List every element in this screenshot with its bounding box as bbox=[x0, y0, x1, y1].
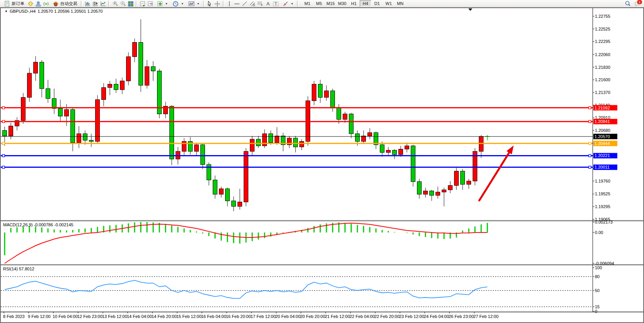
new-order-label: 新订单 bbox=[12, 1, 24, 7]
add-indicator-button[interactable]: ▼ bbox=[154, 0, 170, 7]
notification-count-badge: 1 bbox=[637, 0, 642, 5]
toolbar-separator bbox=[297, 1, 299, 7]
svg-text:1.19295: 1.19295 bbox=[595, 204, 610, 209]
svg-text:1.22525: 1.22525 bbox=[595, 27, 610, 31]
bar-chart-icon[interactable] bbox=[84, 0, 91, 7]
timeframe-button-h1[interactable]: H1 bbox=[348, 0, 360, 7]
timeframe-group: M1M5M15M30H1H4D1W1MN bbox=[302, 0, 406, 7]
auto-scroll-icon[interactable] bbox=[139, 0, 146, 7]
timeframe-button-m15[interactable]: M15 bbox=[325, 0, 337, 7]
text-label-icon[interactable]: T bbox=[272, 0, 280, 7]
svg-text:50: 50 bbox=[595, 288, 600, 293]
svg-text:100: 100 bbox=[595, 265, 602, 270]
new-order-button[interactable]: 新订单 bbox=[1, 0, 26, 7]
price-chart[interactable]: 1.227551.225251.222951.220601.218301.216… bbox=[0, 0, 644, 323]
cursor-icon[interactable] bbox=[206, 0, 214, 7]
svg-text:-0.006094: -0.006094 bbox=[595, 261, 614, 266]
svg-text:1.22295: 1.22295 bbox=[595, 39, 610, 44]
svg-text:E: E bbox=[253, 4, 255, 7]
rsi-indicator-label: RSI(14) 57.8012 bbox=[3, 267, 34, 271]
svg-text:12 Feb 23:00: 12 Feb 23:00 bbox=[77, 314, 102, 319]
svg-text:A: A bbox=[266, 1, 270, 7]
svg-text:26 Feb 23:00: 26 Feb 23:00 bbox=[449, 314, 474, 319]
timeframe-button-m30[interactable]: M30 bbox=[337, 0, 348, 7]
svg-text:27 Feb 12:00: 27 Feb 12:00 bbox=[473, 314, 499, 319]
toolbar-separator bbox=[136, 1, 137, 7]
svg-text:1.20841: 1.20841 bbox=[594, 119, 610, 124]
svg-text:1.20570: 1.20570 bbox=[594, 134, 610, 139]
svg-text:0.00: 0.00 bbox=[595, 230, 603, 235]
chart-template-icon bbox=[188, 0, 195, 7]
text-icon[interactable]: A bbox=[265, 0, 272, 7]
svg-text:1.22060: 1.22060 bbox=[595, 52, 610, 57]
timeframe-button-w1[interactable]: W1 bbox=[383, 0, 395, 7]
svg-text:16 Feb 20:00: 16 Feb 20:00 bbox=[226, 314, 251, 319]
autotrade-icon bbox=[52, 0, 59, 7]
svg-text:22 Feb 04:00: 22 Feb 04:00 bbox=[350, 314, 375, 319]
profile-icon[interactable] bbox=[34, 0, 42, 7]
svg-text:1.20221: 1.20221 bbox=[594, 153, 610, 158]
toolbar-separator bbox=[81, 1, 82, 7]
new-order-doc-icon bbox=[3, 0, 10, 7]
svg-text:F: F bbox=[261, 4, 263, 7]
timeframe-button-h4[interactable]: H4 bbox=[360, 0, 371, 7]
svg-text:20 Feb 04:00: 20 Feb 04:00 bbox=[275, 314, 301, 319]
arrows-icon bbox=[282, 0, 289, 7]
candlestick-chart-icon[interactable] bbox=[92, 0, 99, 7]
svg-text:24 Feb 04:00: 24 Feb 04:00 bbox=[424, 314, 449, 319]
auto-trading-label: 自动交易 bbox=[60, 1, 77, 7]
chart-template-button[interactable]: ▼ bbox=[186, 0, 202, 7]
main-toolbar: 新订单 自动交易 ▼ ▼ ▼ E F A T ▼ M1M5M15M30H1H4D… bbox=[0, 0, 644, 7]
svg-text:1.20444: 1.20444 bbox=[594, 141, 610, 146]
timeframes-dropdown-button[interactable]: ▼ bbox=[170, 0, 186, 7]
svg-text:23 Feb 12:00: 23 Feb 12:00 bbox=[399, 314, 424, 319]
trendline-icon[interactable] bbox=[241, 0, 249, 7]
auto-trading-button[interactable]: 自动交易 bbox=[50, 0, 79, 7]
svg-text:1.20680: 1.20680 bbox=[595, 128, 610, 133]
svg-text:8 Feb 2023: 8 Feb 2023 bbox=[3, 314, 25, 319]
fibonacci-icon[interactable]: F bbox=[257, 0, 264, 7]
search-icon[interactable] bbox=[624, 0, 631, 7]
arrows-tool-button[interactable]: ▼ bbox=[280, 0, 296, 7]
horizontal-line-icon[interactable] bbox=[234, 0, 241, 7]
timeframe-button-m1[interactable]: M1 bbox=[302, 0, 313, 7]
crosshair-icon[interactable] bbox=[214, 0, 221, 7]
svg-text:1.19760: 1.19760 bbox=[595, 179, 610, 183]
svg-text:16 Feb 04:00: 16 Feb 04:00 bbox=[201, 314, 226, 319]
timeframe-button-m5[interactable]: M5 bbox=[313, 0, 325, 7]
svg-text:14 Feb 04:00: 14 Feb 04:00 bbox=[127, 314, 152, 319]
chart-shift-icon[interactable] bbox=[147, 0, 154, 7]
svg-text:1.22755: 1.22755 bbox=[595, 14, 610, 19]
gem-icon[interactable] bbox=[27, 0, 34, 7]
toolbar-separator bbox=[203, 1, 205, 7]
svg-text:15 Feb 12:00: 15 Feb 12:00 bbox=[176, 314, 202, 319]
svg-text:1.21830: 1.21830 bbox=[595, 65, 610, 70]
svg-text:1.21092: 1.21092 bbox=[594, 106, 610, 110]
line-chart-icon[interactable] bbox=[99, 0, 107, 7]
notification-button[interactable]: 1 bbox=[634, 0, 641, 7]
vertical-line-icon[interactable] bbox=[226, 0, 233, 7]
svg-text:1.21370: 1.21370 bbox=[595, 90, 610, 95]
zoom-out-icon[interactable] bbox=[119, 0, 126, 7]
signal-icon[interactable] bbox=[42, 0, 50, 7]
chevron-down-icon: ▼ bbox=[165, 2, 168, 5]
timeframe-clock-icon bbox=[172, 0, 179, 7]
toolbar-separator bbox=[108, 1, 110, 7]
svg-text:17 Feb 12:00: 17 Feb 12:00 bbox=[251, 314, 276, 319]
chart-ohlc-values: 1.20570 1.20596 1.20501 1.20570 bbox=[38, 9, 102, 14]
equidistant-channel-icon[interactable]: E bbox=[249, 0, 256, 7]
timeframe-button-mn[interactable]: MN bbox=[395, 0, 406, 7]
timeframe-button-d1[interactable]: D1 bbox=[371, 0, 383, 7]
chart-dropdown-triangle-icon[interactable]: ▼ bbox=[5, 10, 8, 13]
chevron-down-icon: ▼ bbox=[291, 2, 294, 5]
add-indicator-icon bbox=[156, 0, 164, 7]
svg-text:0: 0 bbox=[595, 309, 597, 314]
svg-text:14 Feb 20:00: 14 Feb 20:00 bbox=[152, 314, 177, 319]
tile-windows-icon[interactable] bbox=[127, 0, 134, 7]
toolbar-separator bbox=[223, 1, 224, 7]
zoom-in-icon[interactable] bbox=[111, 0, 119, 7]
svg-text:1.20011: 1.20011 bbox=[594, 165, 610, 169]
svg-text:1.19525: 1.19525 bbox=[595, 191, 610, 196]
svg-text:20 Feb 20:00: 20 Feb 20:00 bbox=[300, 314, 325, 319]
macd-indicator-label: MACD(12,26,9) -0.000786 -0.002145 bbox=[3, 222, 73, 227]
